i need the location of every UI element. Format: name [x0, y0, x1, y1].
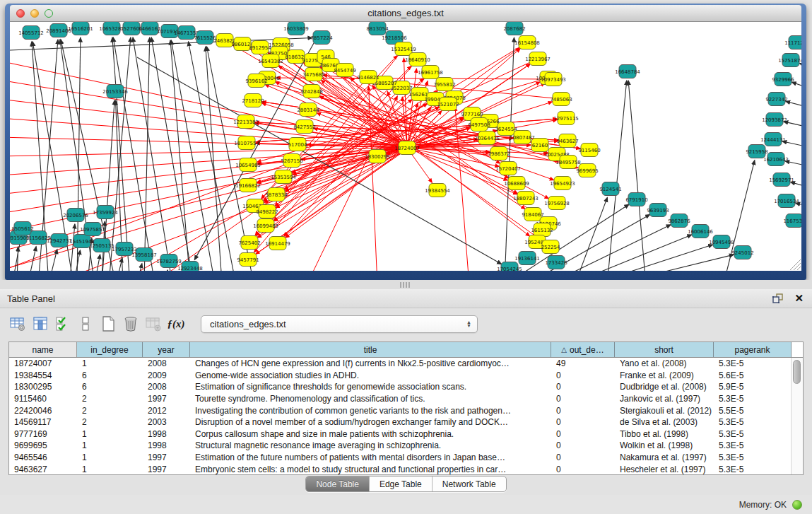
graph-node[interactable]: 9396162: [245, 74, 267, 88]
table-cell[interactable]: 0: [551, 429, 615, 439]
table-cell[interactable]: Jankovic et al. (1997): [615, 394, 714, 404]
table-cell[interactable]: 9463627: [9, 465, 77, 474]
table-cell[interactable]: 1: [77, 440, 143, 450]
table-cell[interactable]: 14569117: [9, 417, 77, 427]
table-row[interactable]: 911546021997Tourette syndrome. Phenomeno…: [9, 393, 792, 405]
table-cell[interactable]: 2008: [143, 358, 190, 368]
graph-node[interactable]: 6497508: [468, 118, 490, 132]
graph-node[interactable]: 10945498: [709, 235, 734, 249]
table-cell[interactable]: 9777169: [9, 429, 77, 439]
graph-node[interactable]: 9862876: [668, 214, 690, 228]
divider-grip-icon[interactable]: [400, 282, 410, 288]
table-cell[interactable]: 1998: [143, 440, 190, 450]
graph-node[interactable]: 9699695: [576, 164, 598, 177]
table-cell[interactable]: 2012: [143, 406, 190, 416]
delete-table-icon[interactable]: [122, 315, 140, 333]
graph-node[interactable]: 7615526: [194, 31, 216, 45]
graph-node[interactable]: 19384554: [425, 184, 450, 197]
table-cell[interactable]: 0: [551, 417, 615, 427]
graph-node[interactable]: 1733426: [545, 256, 567, 269]
table-cell[interactable]: 1: [77, 465, 143, 474]
table-cell[interactable]: 5.3E-5: [714, 394, 792, 404]
graph-node[interactable]: 2087682: [503, 22, 525, 35]
table-cell[interactable]: 2: [77, 394, 143, 404]
graph-node[interactable]: 7857224: [310, 31, 333, 45]
graph-node[interactable]: 12213967: [525, 52, 551, 66]
table-cell[interactable]: 0: [551, 382, 615, 392]
window-titlebar[interactable]: citations_edges.txt: [10, 5, 801, 22]
graph-node[interactable]: 9242848: [300, 85, 322, 98]
graph-node[interactable]: 5267150: [281, 154, 302, 168]
table-cell[interactable]: Investigating the contribution of common…: [190, 406, 551, 416]
table-cell[interactable]: Hescheler et al. (1997): [615, 465, 714, 474]
row-height-icon[interactable]: [76, 315, 95, 333]
table-cell[interactable]: 9699695: [9, 440, 77, 450]
table-cell[interactable]: 22420046: [9, 406, 77, 416]
graph-node[interactable]: 12975115: [553, 112, 579, 125]
close-panel-icon[interactable]: ✕: [794, 293, 804, 304]
graph-node[interactable]: 252254: [541, 240, 560, 254]
table-cell[interactable]: Estimation of the future numbers of pati…: [190, 452, 551, 462]
table-cell[interactable]: 0: [551, 406, 615, 416]
table-row[interactable]: 2242004622012Investigating the contribut…: [9, 404, 792, 416]
table-row[interactable]: 969969511998Structural magnetic resonanc…: [9, 440, 792, 452]
table-cell[interactable]: 1997: [143, 452, 190, 462]
table-cell[interactable]: Tourette syndrome. Phenomenology and cla…: [190, 394, 551, 404]
table-cell[interactable]: 5.6E-5: [714, 370, 792, 380]
graph-node[interactable]: 9227342: [765, 93, 787, 106]
table-settings-icon[interactable]: [8, 315, 27, 333]
table-cell[interactable]: 6: [77, 370, 143, 380]
table-cell[interactable]: Genome-wide association studies in ADHD.: [190, 370, 551, 380]
table-cell[interactable]: 1: [77, 358, 143, 368]
network-canvas[interactable]: 1872400718300295140557122089140616516201…: [10, 22, 801, 271]
table-row[interactable]: 977716911998Corpus callosum shape and si…: [9, 428, 792, 440]
table-cell[interactable]: Dudbridge et al. (2008): [615, 382, 714, 392]
table-cell[interactable]: Yano et al. (2008): [615, 358, 714, 368]
graph-node[interactable]: 6791910: [625, 193, 647, 206]
graph-node[interactable]: 16006146: [688, 225, 713, 238]
graph-node[interactable]: 3475685: [302, 68, 324, 81]
table-cell[interactable]: Structural magnetic resonance image aver…: [190, 440, 551, 450]
graph-node[interactable]: 9115460: [578, 144, 600, 157]
graph-node[interactable]: 15751874: [778, 54, 801, 67]
graph-node[interactable]: 8427552: [293, 120, 315, 134]
table-cell[interactable]: 49: [551, 358, 615, 368]
graph-node[interactable]: 19166822: [235, 179, 261, 192]
column-header-name[interactable]: name: [9, 342, 77, 357]
table-cell[interactable]: 9115460: [9, 394, 77, 404]
graph-node[interactable]: 5878334: [265, 188, 288, 201]
table-row[interactable]: 1456911722003Disruption of a novel membe…: [9, 416, 792, 428]
graph-node[interactable]: 16914479: [265, 237, 290, 250]
graph-node[interactable]: 19654923: [550, 177, 575, 190]
graph-node[interactable]: 9498222: [256, 205, 278, 218]
graph-node[interactable]: 62160: [531, 139, 548, 152]
table-cell[interactable]: 0: [551, 440, 615, 450]
table-cell[interactable]: 6: [77, 382, 143, 392]
graph-node[interactable]: 16154808: [514, 36, 540, 49]
table-cell[interactable]: 1: [77, 429, 143, 439]
table-cell[interactable]: 2: [77, 406, 143, 416]
vertical-scrollbar[interactable]: [791, 358, 803, 474]
table-cell[interactable]: 5.3E-5: [714, 417, 792, 427]
panel-divider[interactable]: [0, 280, 812, 289]
table-cell[interactable]: 5.3E-5: [714, 465, 792, 474]
graph-node[interactable]: 9146821: [357, 71, 379, 84]
table-cell[interactable]: 5.3E-5: [714, 440, 792, 450]
table-cell[interactable]: 2003: [143, 417, 190, 427]
select-rows-icon[interactable]: [54, 315, 72, 333]
graph-node[interactable]: 20206576: [63, 209, 88, 222]
table-cell[interactable]: 2: [77, 417, 143, 427]
graph-node[interactable]: 9245012: [731, 246, 753, 259]
table-cell[interactable]: 0: [551, 370, 615, 380]
table-cell[interactable]: Disruption of a novel member of a sodium…: [190, 417, 551, 427]
graph-node[interactable]: 11171243: [784, 36, 801, 49]
table-cell[interactable]: 5.5E-5: [714, 406, 792, 416]
table-cell[interactable]: Wolkin et al. (1998): [615, 440, 714, 450]
table-cell[interactable]: 0: [551, 394, 615, 404]
function-builder-icon[interactable]: ƒ(x): [167, 315, 185, 333]
table-cell[interactable]: 0: [551, 452, 615, 462]
graph-node[interactable]: 7986372: [488, 147, 510, 160]
table-cell[interactable]: Nakamura et al. (1997): [615, 452, 714, 462]
graph-node[interactable]: 12444131: [760, 133, 786, 146]
graph-node[interactable]: 10654985: [235, 158, 261, 172]
